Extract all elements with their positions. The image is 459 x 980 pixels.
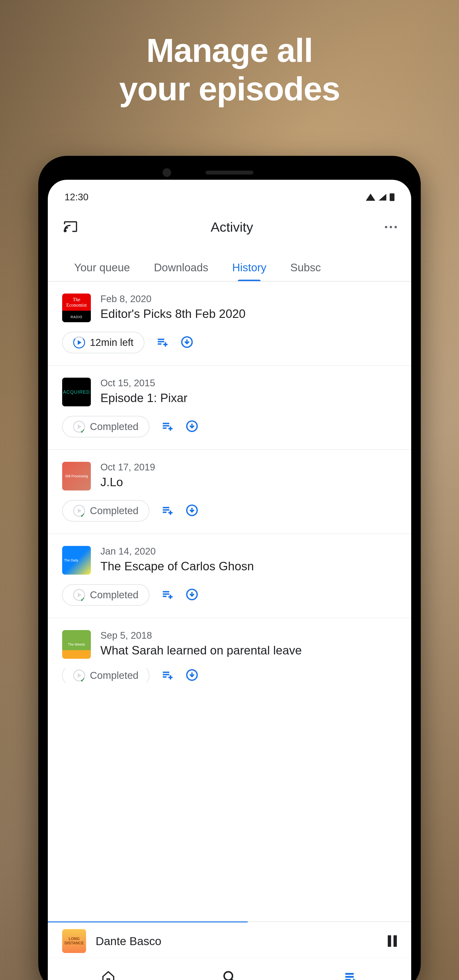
podcast-artwork: The Weeds — [62, 630, 91, 659]
episode-title: Editor's Picks 8th Feb 2020 — [100, 306, 397, 322]
podcast-artwork: TheEconomist RADIO — [62, 294, 91, 322]
tab-bar: Your queue Downloads History Subsc — [48, 249, 411, 282]
play-status-button[interactable]: ✓ Completed — [62, 416, 150, 438]
nav-search-icon[interactable] — [222, 970, 237, 980]
add-to-queue-icon[interactable] — [161, 669, 174, 682]
episode-row[interactable]: TheEconomist RADIO Feb 8, 2020 Editor's … — [48, 282, 411, 366]
episode-title: Episode 1: Pixar — [100, 390, 397, 406]
play-status-button[interactable]: ✓ Completed — [62, 668, 150, 682]
status-text: Completed — [90, 670, 139, 681]
episode-date: Oct 17, 2019 — [100, 462, 397, 473]
phone-screen: 12:30 Activity Your queue Downloads Hist… — [48, 180, 411, 980]
episode-title: The Escape of Carlos Ghosn — [100, 558, 397, 574]
play-status-button[interactable]: ✓ Completed — [62, 584, 150, 606]
page-title: Activity — [79, 219, 385, 235]
play-completed-icon: ✓ — [73, 589, 85, 601]
more-menu-icon[interactable] — [385, 226, 397, 228]
signal-icon — [379, 194, 386, 200]
add-to-queue-icon[interactable] — [161, 588, 174, 601]
svg-point-0 — [64, 230, 66, 232]
now-playing-bar[interactable]: LONGDISTANCE Dante Basco — [48, 921, 411, 958]
episode-row[interactable]: The Weeds Sep 5, 2018 What Sarah learned… — [48, 618, 411, 685]
hero-heading: Manage all your episodes — [119, 31, 340, 108]
camera-dot-icon — [163, 168, 171, 177]
app-header: Activity — [48, 210, 411, 249]
status-bar: 12:30 — [48, 180, 411, 210]
podcast-artwork: Still Processing — [62, 462, 91, 490]
play-completed-icon: ✓ — [73, 670, 85, 681]
status-text: Completed — [90, 421, 139, 433]
podcast-artwork: ACQUIRED — [62, 378, 91, 406]
episode-date: Oct 15, 2015 — [100, 378, 397, 388]
svg-point-6 — [224, 972, 233, 980]
download-icon[interactable] — [186, 669, 198, 682]
podcast-artwork: The Daily — [62, 546, 91, 574]
clock-label: 12:30 — [65, 192, 88, 202]
add-to-queue-icon[interactable] — [161, 504, 174, 517]
episode-row[interactable]: Still Processing Oct 17, 2019 J.Lo ✓ Com… — [48, 450, 411, 534]
play-completed-icon: ✓ — [73, 505, 85, 517]
episode-title: What Sarah learned on parental leave — [100, 643, 397, 658]
status-text: Completed — [90, 505, 139, 517]
now-playing-artwork: LONGDISTANCE — [62, 929, 86, 953]
play-completed-icon: ✓ — [73, 421, 85, 433]
bottom-nav — [48, 958, 411, 980]
play-progress-icon — [73, 337, 85, 348]
tab-history[interactable]: History — [220, 256, 278, 281]
episode-row[interactable]: ACQUIRED Oct 15, 2015 Episode 1: Pixar ✓… — [48, 366, 411, 450]
tab-subscriptions[interactable]: Subsc — [278, 256, 333, 281]
wifi-icon — [366, 194, 375, 201]
episode-date: Sep 5, 2018 — [100, 630, 397, 641]
play-status-button[interactable]: ✓ Completed — [62, 500, 150, 522]
add-to-queue-icon[interactable] — [156, 336, 169, 349]
episode-row[interactable]: The Daily Jan 14, 2020 The Escape of Car… — [48, 534, 411, 618]
phone-notch — [48, 165, 411, 180]
download-icon[interactable] — [186, 420, 198, 433]
tab-downloads[interactable]: Downloads — [142, 256, 220, 281]
nav-home-icon[interactable] — [101, 970, 115, 980]
status-text: 12min left — [90, 337, 133, 348]
phone-frame: 12:30 Activity Your queue Downloads Hist… — [38, 156, 421, 980]
hero-line-2: your episodes — [119, 70, 340, 108]
pause-button[interactable] — [388, 935, 397, 947]
episode-title: J.Lo — [100, 474, 397, 490]
episode-date: Feb 8, 2020 — [100, 294, 397, 304]
nav-library-icon[interactable] — [344, 970, 358, 980]
episode-date: Jan 14, 2020 — [100, 546, 397, 557]
battery-icon — [390, 193, 394, 201]
play-status-button[interactable]: 12min left — [62, 332, 144, 353]
add-to-queue-icon[interactable] — [161, 420, 174, 433]
now-playing-title: Dante Basco — [96, 935, 378, 948]
status-icons — [366, 193, 394, 201]
download-icon[interactable] — [186, 504, 198, 517]
status-text: Completed — [90, 589, 139, 601]
hero-line-1: Manage all — [119, 31, 340, 70]
download-icon[interactable] — [181, 336, 193, 349]
speaker-slot-icon — [206, 171, 253, 175]
tab-your-queue[interactable]: Your queue — [62, 256, 142, 281]
download-icon[interactable] — [186, 588, 198, 601]
cast-icon[interactable] — [62, 220, 79, 235]
